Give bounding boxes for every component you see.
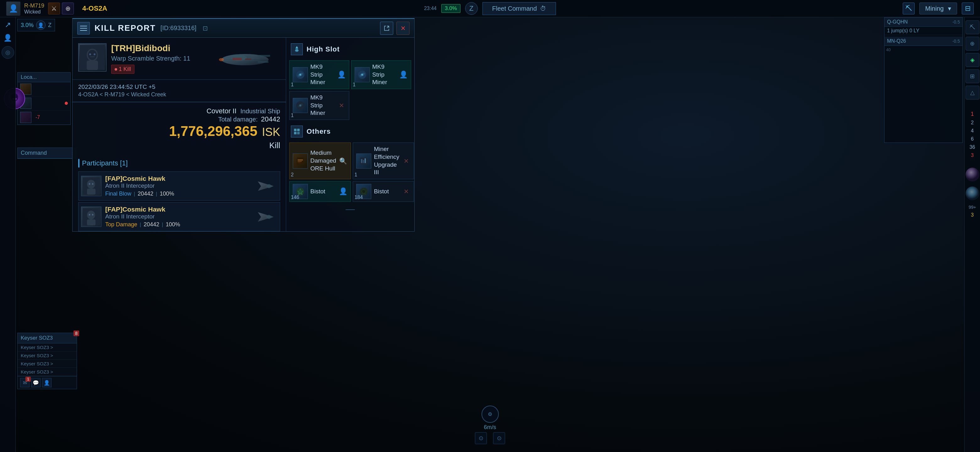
mining-dropdown[interactable]: Mining ▾ <box>920 3 957 14</box>
nav-icon-connections[interactable]: ↗ <box>5 21 11 29</box>
hud-right-icon[interactable]: ⊙ <box>493 432 505 444</box>
right-num-last: 3 <box>971 212 974 218</box>
speed-display: 6m/s <box>475 424 505 431</box>
module-action-4[interactable]: 🔍 <box>339 157 347 165</box>
participants-section: Participants [1] [FAP]Cosm <box>73 155 286 232</box>
local-item-1[interactable] <box>18 82 70 96</box>
victim-avatar-img <box>79 44 106 71</box>
kill-report-modal: KILL REPORT [ID:6933316] ⊡ ✕ <box>72 18 415 232</box>
minimap-sec-2: -0.5 <box>952 39 960 44</box>
top-bar-left: 👤 R-M719 Wicked ⚔ ⊕ 4-OS2A <box>6 2 107 16</box>
module-name-5: Miner Efficiency Upgrade III <box>374 145 399 176</box>
mail-icon[interactable]: ✉ 1 <box>20 378 30 387</box>
minimap-title-2: MN-Q26 <box>887 38 906 44</box>
high-slot-header: High Slot <box>289 41 411 58</box>
kill-meta: 2022/03/26 23:44:52 UTC +5 4-OS2A < R-M7… <box>73 80 286 102</box>
participant-name-2: [FAP]Cosmic Hawk <box>105 206 250 213</box>
chat-item-4[interactable]: Keyser SOZ3 > <box>18 368 76 376</box>
module-qty-6: 146 <box>291 195 299 200</box>
chat-header: Keyser SOZ3 8 <box>18 333 76 343</box>
hostile-count: -7 <box>35 114 40 120</box>
participant-ship-1: Atron II Interceptor <box>105 182 250 189</box>
minimap-item-1[interactable]: 1 jump(s) 0 LY <box>885 27 963 35</box>
svg-rect-32 <box>87 219 95 225</box>
high-slot-grid: 1 MK9 Strip Miner 👤 1 <box>289 60 411 120</box>
svg-rect-38 <box>295 50 299 51</box>
ship-image <box>210 41 280 78</box>
local-item-2[interactable] <box>18 96 70 111</box>
scroll-bar <box>345 209 355 210</box>
right-nav-icon-3[interactable]: ◈ <box>966 53 979 67</box>
module-action-2[interactable]: 👤 <box>399 70 408 79</box>
module-item-strip-miner-1[interactable]: 1 MK9 Strip Miner 👤 <box>289 60 349 89</box>
chat-item-1[interactable]: Keyser SOZ3 > <box>18 343 76 352</box>
local-item-3[interactable]: -7 <box>18 111 70 125</box>
right-nav-icon-1[interactable]: ⛏ <box>966 21 979 34</box>
svg-point-5 <box>966 168 979 181</box>
kill-location: 4-OS2A < R-M719 < Wicked Creek <box>78 91 280 98</box>
module-qty-3: 1 <box>291 113 294 118</box>
command-header: Command › <box>18 148 76 159</box>
victim-panel: [TRH]Bidibodi Warp Scramble Strength: 11… <box>73 38 286 232</box>
corp-icon-2[interactable]: ⊕ <box>62 3 74 14</box>
hostile-indicator <box>65 102 68 105</box>
kill-badge-label: 1 Kill <box>119 66 131 73</box>
module-item-strip-miner-2[interactable]: 1 MK9 Strip Miner 👤 <box>351 60 411 89</box>
chat-item-3[interactable]: Keyser SOZ3 > <box>18 360 76 368</box>
right-num-6: 3 <box>971 152 974 158</box>
character-avatar[interactable]: 👤 <box>6 2 21 16</box>
stat-icon-1[interactable]: 👤 <box>36 21 46 30</box>
corp-icon-1[interactable]: ⚔ <box>48 3 60 14</box>
svg-point-27 <box>92 183 94 185</box>
fleet-command-btn[interactable]: Fleet Command ⏱ <box>482 2 556 15</box>
ship-type-label: Industrial Ship <box>240 108 280 114</box>
module-name-6: Bistot <box>310 188 325 195</box>
person-icon[interactable]: 👤 <box>42 378 51 387</box>
module-item-strip-miner-3[interactable]: 1 MK9 Strip Miner ✕ <box>289 91 349 120</box>
module-item-bistot-2[interactable]: 184 Bistot ✕ <box>353 181 414 202</box>
external-link-button[interactable] <box>380 22 393 35</box>
module-icon-1 <box>293 67 308 82</box>
module-action-5[interactable]: ✕ <box>402 157 410 165</box>
role-icons: ⛏ <box>903 3 915 14</box>
close-button[interactable]: ✕ <box>396 22 410 35</box>
isk-amount: 1,776,296,365 <box>169 123 257 139</box>
right-nav-icon-5[interactable]: △ <box>966 86 979 100</box>
right-nav-icon-2[interactable]: ⊕ <box>966 37 979 51</box>
module-item-bistot-1[interactable]: 146 Bistot 👤 <box>289 181 351 202</box>
stat-z-label: Z <box>48 22 51 29</box>
copy-id-icon[interactable]: ⊡ <box>203 24 208 32</box>
module-item-miner-upgrade[interactable]: 1 Miner Efficiency Upgrade III ✕ <box>353 143 414 179</box>
module-item-ore-hull[interactable]: 2 Medium Damaged ORE Hull 🔍 <box>289 143 351 179</box>
svg-rect-16 <box>258 55 270 57</box>
modal-header-actions: ✕ <box>380 22 410 35</box>
filter-icon[interactable]: ⊟ <box>962 3 974 14</box>
module-name-7: Bistot <box>374 188 389 195</box>
stat-separator-4: | <box>162 222 163 228</box>
module-action-3[interactable]: ✕ <box>337 101 346 110</box>
participant-row-1[interactable]: [FAP]Cosmic Hawk Atron II Interceptor Fi… <box>78 171 280 201</box>
participant-row-2[interactable]: [FAP]Cosmic Hawk Atron II Interceptor To… <box>78 202 280 232</box>
nav-icon-char[interactable]: 👤 <box>3 34 12 42</box>
system-name[interactable]: 4-OS2A <box>82 5 107 13</box>
char-icon[interactable]: Z <box>465 2 478 15</box>
svg-rect-54 <box>297 132 300 134</box>
mining-icon[interactable]: ⛏ <box>903 3 915 14</box>
participant-avatar-2 <box>81 206 102 227</box>
module-action-1[interactable]: 👤 <box>337 70 346 79</box>
hud-left-icon[interactable]: ⊙ <box>475 432 487 444</box>
time-display: 23:44 <box>424 6 437 11</box>
module-action-7[interactable]: ✕ <box>402 187 410 196</box>
target-icon[interactable]: ◎ <box>2 46 14 59</box>
right-nav-icon-4[interactable]: ⊞ <box>966 69 979 83</box>
chat-item-2[interactable]: Keyser SOZ3 > <box>18 352 76 360</box>
minimap-sec: -0.5 <box>952 19 960 24</box>
corp-tag: R-M719 <box>24 3 44 9</box>
chat-icon[interactable]: 💬 <box>31 378 41 387</box>
menu-button[interactable] <box>77 22 90 35</box>
svg-rect-57 <box>298 161 302 162</box>
final-blow-label: Final Blow <box>105 190 131 197</box>
module-action-6[interactable]: 👤 <box>339 187 347 196</box>
hud-circle[interactable]: ⚙ <box>482 406 499 423</box>
svg-point-65 <box>299 190 302 193</box>
